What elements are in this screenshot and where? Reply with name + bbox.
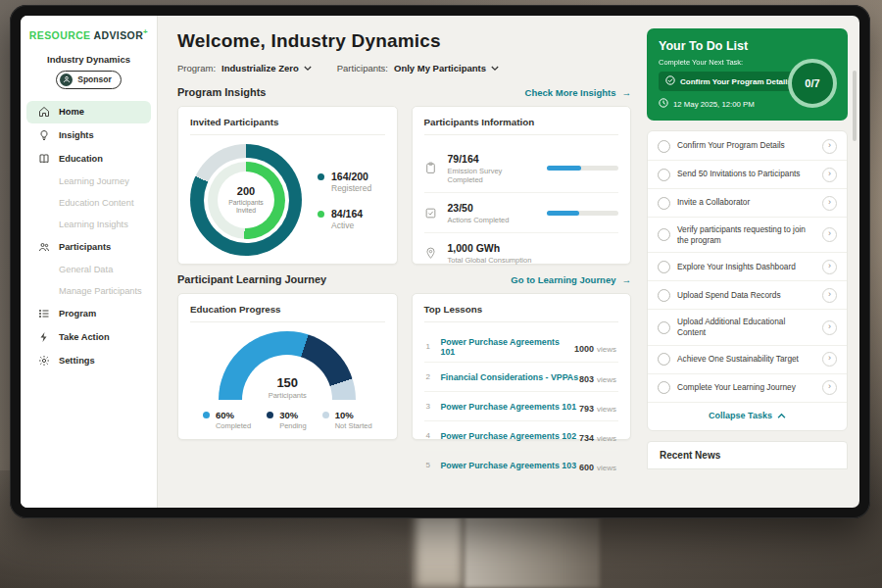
chevron-right-icon[interactable]: › — [822, 320, 837, 335]
sidebar-item-general-data[interactable]: General Data — [26, 260, 151, 280]
lesson-link[interactable]: Power Purchase Agreements 103 — [441, 461, 579, 470]
task-checkbox[interactable] — [658, 381, 670, 394]
task-row[interactable]: Upload Additional Educational Content › — [648, 310, 847, 345]
todo-panel: Your To Do List Complete Your Next Task:… — [644, 16, 859, 508]
sidebar-item-participants[interactable]: Participants — [26, 236, 151, 259]
emission-survey-progressbar — [547, 166, 619, 171]
sidebar-item-label: Take Action — [59, 332, 110, 342]
sidebar-item-label: Participants — [59, 242, 111, 252]
sponsor-badge[interactable]: Sponsor — [56, 71, 121, 89]
chevron-right-icon[interactable]: › — [822, 227, 837, 242]
app-logo: RESOURCE ADVISOR+ — [21, 27, 157, 41]
sidebar-item-label: General Data — [59, 265, 113, 274]
task-checkbox[interactable] — [658, 289, 670, 302]
global-consumption-row: 1,000 GWh Total Global Consumption — [424, 233, 619, 272]
arrow-right-icon: → — [622, 87, 632, 98]
sidebar-item-label: Learning Insights — [59, 220, 128, 229]
task-row[interactable]: Confirm Your Program Details › — [648, 132, 847, 161]
window-light-reflection — [416, 514, 463, 588]
task-row[interactable]: Send 50 Invitations to Participants › — [648, 161, 847, 189]
education-progress-gauge: 150 Participants — [219, 331, 356, 400]
task-checkbox[interactable] — [658, 197, 670, 210]
card-title: Top Lessons — [424, 304, 619, 322]
chevron-up-icon — [777, 411, 786, 420]
recent-news-header: Recent News — [647, 441, 848, 469]
edu-legend-dot — [203, 412, 210, 418]
learning-journey-cards: Education Progress 150 Participants — [177, 293, 631, 440]
program-filter-label: Program: — [177, 63, 216, 74]
program-select[interactable]: Industrialize Zero — [221, 63, 312, 74]
top-lessons-card: Top Lessons 1 Power Purchase Agreements … — [412, 293, 632, 440]
task-checkbox[interactable] — [658, 261, 670, 273]
arrow-right-icon: → — [622, 274, 632, 285]
brand-plus: + — [143, 27, 148, 36]
task-checkbox[interactable] — [658, 228, 670, 241]
task-row[interactable]: Explore Your Insights Dashboard › — [648, 253, 847, 281]
lesson-link[interactable]: Power Purchase Agreements 102 — [441, 431, 579, 441]
task-checkbox[interactable] — [658, 169, 670, 181]
task-checkbox[interactable] — [658, 321, 670, 334]
actions-progressbar — [547, 211, 619, 216]
chevron-right-icon[interactable]: › — [822, 288, 837, 303]
lesson-row: 2 Financial Considerations - VPPAs 803vi… — [424, 363, 619, 392]
lesson-link[interactable]: Power Purchase Agreements 101 — [441, 337, 574, 357]
edu-legend-dot — [322, 412, 329, 418]
todo-title: Your To Do List — [659, 39, 836, 53]
check-square-icon — [424, 207, 439, 220]
sidebar-nav: Home Insights Education Learning Journey — [21, 101, 157, 372]
chevron-right-icon[interactable]: › — [822, 352, 837, 367]
chevron-right-icon[interactable]: › — [822, 260, 837, 274]
task-row[interactable]: Invite a Collaborator › — [648, 189, 847, 218]
sidebar-item-education[interactable]: Education — [26, 148, 151, 171]
sidebar-item-learning-journey[interactable]: Learning Journey — [26, 172, 151, 192]
program-insights-header: Program Insights Check More Insights → — [177, 86, 631, 98]
go-to-learning-journey-link[interactable]: Go to Learning Journey → — [511, 274, 631, 285]
filter-bar: Program: Industrialize Zero Participants… — [177, 63, 631, 74]
sidebar-item-manage-participants[interactable]: Manage Participants — [26, 281, 151, 302]
check-circle-icon — [665, 75, 675, 87]
sidebar-item-take-action[interactable]: Take Action — [26, 326, 151, 349]
program-insights-title: Program Insights — [177, 86, 266, 98]
task-checkbox[interactable] — [658, 353, 670, 366]
sidebar-item-learning-insights[interactable]: Learning Insights — [26, 215, 151, 235]
sidebar-item-settings[interactable]: Settings — [26, 350, 151, 372]
scrollbar[interactable] — [853, 71, 857, 141]
task-row[interactable]: Upload Spend Data Records › — [648, 281, 847, 310]
participants-filter-label: Participants: — [337, 63, 388, 74]
sidebar-item-label: Learning Journey — [59, 176, 129, 186]
invited-donut-outer-ring: 200 Participants Invited — [190, 144, 302, 256]
sidebar-item-program[interactable]: Program — [26, 303, 151, 325]
chevron-right-icon[interactable]: › — [822, 168, 837, 182]
sidebar-item-insights[interactable]: Insights — [26, 124, 151, 147]
check-more-insights-link[interactable]: Check More Insights → — [525, 87, 631, 98]
card-title: Invited Participants — [190, 117, 385, 135]
next-task-chip[interactable]: Confirm Your Program Details — [659, 72, 799, 91]
brand-resource: RESOURCE — [29, 29, 91, 41]
lesson-row: 5 Power Purchase Agreements 103 600views — [424, 451, 619, 479]
lesson-link[interactable]: Power Purchase Agreements 101 — [441, 402, 579, 412]
monitor-bezel: RESOURCE ADVISOR+ Industry Dynamics Spon… — [10, 5, 870, 518]
participants-select[interactable]: Only My Participants — [394, 63, 499, 74]
collapse-tasks-link[interactable]: Collapse Tasks — [648, 403, 847, 429]
card-title: Participants Information — [424, 117, 619, 135]
chevron-right-icon[interactable]: › — [822, 196, 837, 211]
task-row[interactable]: Achieve One Sustainability Target › — [648, 346, 847, 374]
chevron-right-icon[interactable]: › — [822, 139, 837, 154]
task-row[interactable]: Verify participants requesting to join t… — [648, 218, 847, 253]
sidebar-item-home[interactable]: Home — [26, 101, 151, 123]
sidebar-item-label: Insights — [59, 130, 94, 140]
sidebar-item-education-content[interactable]: Education Content — [26, 193, 151, 214]
sponsor-icon — [60, 74, 73, 86]
sidebar-item-label: Home — [59, 107, 84, 117]
lightning-icon — [38, 331, 51, 343]
chevron-right-icon[interactable]: › — [822, 380, 837, 395]
lesson-row: 4 Power Purchase Agreements 102 734views — [424, 421, 619, 451]
invited-legend-dot — [318, 211, 324, 218]
gauge-center: 150 Participants — [219, 375, 356, 400]
task-row[interactable]: Complete Your Learning Journey › — [648, 374, 847, 403]
invited-donut-center: 200 Participants Invited — [218, 172, 274, 228]
lesson-link[interactable]: Financial Considerations - VPPAs — [441, 372, 579, 382]
legend-item-pending: 30% Pending — [267, 410, 307, 430]
task-checkbox[interactable] — [658, 140, 670, 153]
clock-icon — [659, 98, 668, 110]
